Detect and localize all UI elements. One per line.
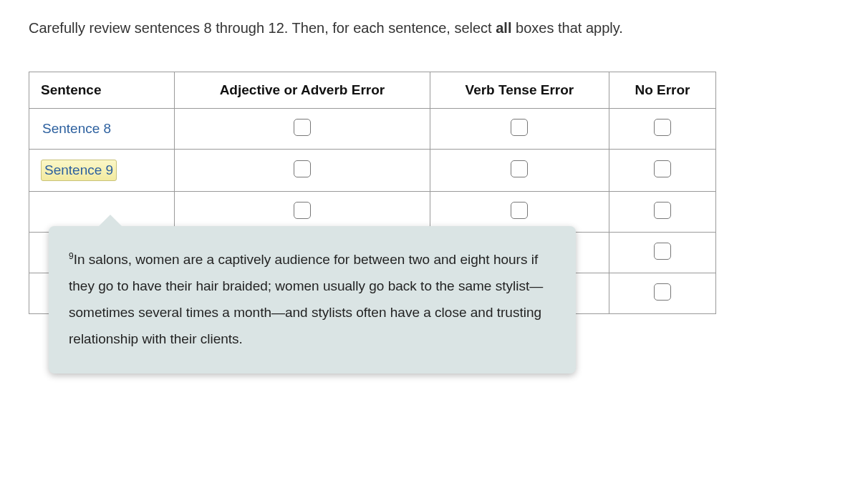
sentence-link-9[interactable]: Sentence 9 [41,160,117,181]
header-sentence: Sentence [29,72,175,109]
header-adj-adv: Adjective or Adverb Error [175,72,430,109]
tooltip-superscript: 9 [69,251,74,261]
sentence-link-12[interactable] [41,295,44,298]
checkbox-s8-verb[interactable] [511,119,528,136]
checkbox-s9-adjadv[interactable] [294,160,311,177]
tooltip-text: In salons, women are a captively audienc… [69,252,543,346]
sentence-link-10[interactable] [41,213,44,216]
instruction-text: Carefully review sentences 8 through 12.… [29,17,839,39]
checkbox-s8-noerr[interactable] [654,119,671,136]
table-row: Sentence 9 [29,150,716,192]
sentence-tooltip: 9In salons, women are a captively audien… [49,226,576,374]
header-noerr: No Error [609,72,715,109]
sentence-link-11[interactable] [41,254,44,257]
table-row: Sentence 8 [29,109,716,150]
checkbox-s8-adjadv[interactable] [294,119,311,136]
checkbox-s12-noerr[interactable] [654,283,671,301]
instruction-prefix: Carefully review sentences 8 through 12.… [29,20,496,36]
checkbox-s10-adjadv[interactable] [294,202,311,219]
checkbox-s10-noerr[interactable] [654,202,671,219]
instruction-suffix: boxes that apply. [511,20,622,36]
checkbox-s10-verb[interactable] [511,202,528,219]
checkbox-s9-noerr[interactable] [654,160,671,177]
sentence-link-8[interactable]: Sentence 8 [41,119,112,138]
header-verb: Verb Tense Error [430,72,609,109]
instruction-bold: all [496,20,511,36]
checkbox-s9-verb[interactable] [511,160,528,177]
checkbox-s11-noerr[interactable] [654,243,671,260]
